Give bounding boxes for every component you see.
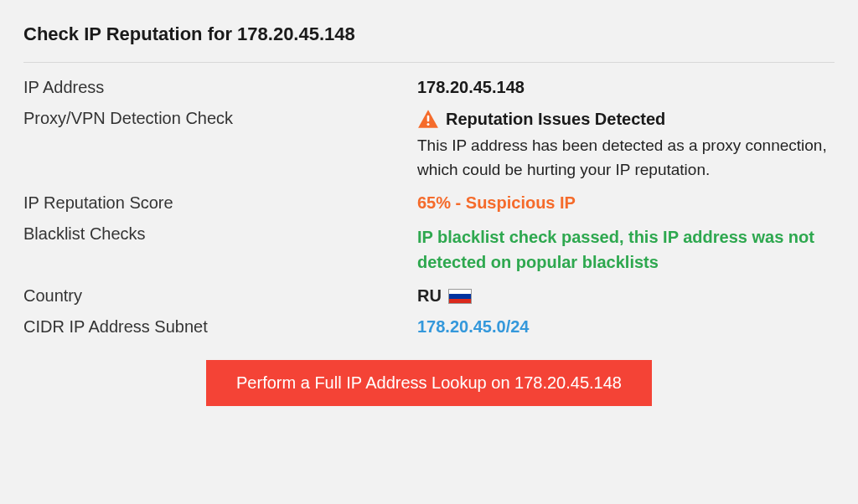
svg-rect-0	[427, 116, 430, 122]
label-ip-address: IP Address	[23, 78, 417, 97]
value-ip-address: 178.20.45.148	[417, 78, 835, 97]
divider	[23, 62, 835, 63]
full-lookup-button[interactable]: Perform a Full IP Address Lookup on 178.…	[206, 360, 652, 406]
label-blacklist: Blacklist Checks	[23, 224, 417, 244]
label-proxy-check: Proxy/VPN Detection Check	[23, 109, 417, 128]
value-blacklist: IP blacklist check passed, this IP addre…	[417, 224, 835, 275]
svg-point-1	[426, 123, 429, 126]
value-cidr[interactable]: 178.20.45.0/24	[417, 317, 835, 337]
label-cidr: CIDR IP Address Subnet	[23, 317, 417, 337]
country-code: RU	[417, 286, 442, 306]
proxy-status-description: This IP address has been detected as a p…	[417, 134, 835, 182]
row-ip-address: IP Address 178.20.45.148	[23, 78, 835, 97]
value-reputation-score: 65% - Suspicious IP	[417, 193, 835, 213]
proxy-header: Reputation Issues Detected	[417, 109, 835, 129]
value-country: RU	[417, 286, 835, 306]
row-reputation-score: IP Reputation Score 65% - Suspicious IP	[23, 193, 835, 213]
proxy-status-title: Reputation Issues Detected	[446, 110, 665, 129]
label-reputation-score: IP Reputation Score	[23, 193, 417, 213]
warning-icon	[417, 109, 439, 129]
label-country: Country	[23, 286, 417, 306]
ip-reputation-panel: Check IP Reputation for 178.20.45.148 IP…	[23, 23, 835, 406]
value-proxy-check: Reputation Issues Detected This IP addre…	[417, 109, 835, 182]
button-row: Perform a Full IP Address Lookup on 178.…	[23, 360, 835, 406]
flag-ru-icon	[448, 289, 472, 304]
page-title: Check IP Reputation for 178.20.45.148	[23, 23, 835, 45]
row-country: Country RU	[23, 286, 835, 306]
row-blacklist: Blacklist Checks IP blacklist check pass…	[23, 224, 835, 275]
row-cidr: CIDR IP Address Subnet 178.20.45.0/24	[23, 317, 835, 337]
row-proxy-check: Proxy/VPN Detection Check Reputation Iss…	[23, 109, 835, 182]
